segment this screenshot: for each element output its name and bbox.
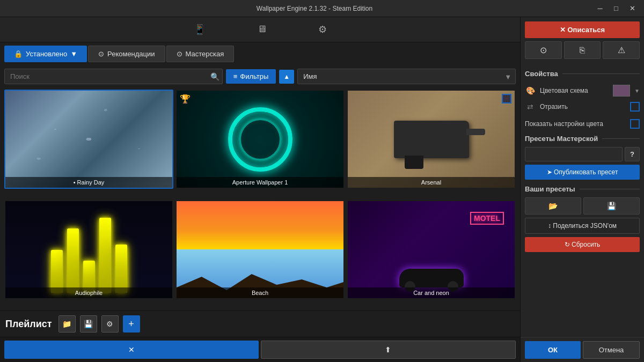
search-input[interactable] xyxy=(4,69,223,84)
properties-section-title: Свойства xyxy=(521,67,644,80)
playlist-config-button[interactable]: ⚙ xyxy=(101,315,119,333)
your-presets-section: 📂 💾 ↕ Поделиться JSON'ом ↻ Сбросить xyxy=(521,195,644,254)
monitor-icon[interactable]: 🖥 xyxy=(253,21,271,38)
wallpaper-label-aperture: Aperture Wallpaper 1 xyxy=(177,177,343,188)
wallpaper-label-rainy: • Rainy Day xyxy=(5,177,172,188)
search-bar: 🔍 ≡ Фильтры ▲ Имя Дата Размер ▼ xyxy=(0,65,520,87)
color-scheme-row: 🎨 Цветовая схема ▼ xyxy=(525,82,640,99)
color-swatch[interactable] xyxy=(613,85,630,97)
wallpaper-item-beach[interactable]: Beach xyxy=(175,200,345,299)
remove-button[interactable]: ✕ xyxy=(4,341,259,359)
copy-button[interactable]: ⎘ xyxy=(564,41,601,59)
color-scheme-label: Цветовая схема xyxy=(540,87,609,94)
properties-section: 🎨 Цветовая схема ▼ ⇄ Отразить xyxy=(521,80,644,116)
minimize-button[interactable]: ─ xyxy=(592,3,608,14)
maximize-button[interactable]: □ xyxy=(609,3,624,14)
wallpaper-thumb-arsenal xyxy=(348,91,515,188)
reset-button[interactable]: ↻ Сбросить xyxy=(525,237,640,252)
preset-icon-row: 📂 💾 xyxy=(525,197,640,215)
cancel-button[interactable]: Отмена xyxy=(583,341,640,359)
folder-open-icon: 📂 xyxy=(548,202,558,210)
trophy-icon: 🏆 xyxy=(180,94,191,104)
settings-icon[interactable]: ⚙ xyxy=(314,21,331,38)
tab-bar: 🔒 Установлено ▼ ⊙ Рекомендации ⊙ Мастерс… xyxy=(0,42,520,65)
playlist-bar: Плейлист 📁 💾 ⚙ + xyxy=(0,311,520,337)
warning-button[interactable]: ⚠ xyxy=(603,41,640,59)
car-silhouette xyxy=(399,269,464,287)
upload-button[interactable]: ⬆ xyxy=(261,341,516,359)
action-bar: ✕ ⬆ xyxy=(0,337,520,362)
workshop-presets-section: ? ➤ Опубликовать пресет xyxy=(521,145,644,182)
playlist-open-button[interactable]: 📁 xyxy=(58,315,76,333)
steam-button[interactable]: ⊙ xyxy=(525,41,562,59)
save-icon: 💾 xyxy=(607,202,616,210)
right-bottom-buttons: ОК Отмена xyxy=(521,337,644,362)
tab-installed[interactable]: 🔒 Установлено ▼ xyxy=(4,46,87,62)
wallpaper-item-rainy-day[interactable]: • Rainy Day xyxy=(4,90,173,189)
tab-workshop[interactable]: ⊙ Мастерская xyxy=(166,46,235,62)
publish-preset-button[interactable]: ➤ Опубликовать пресет xyxy=(525,165,640,180)
sort-select[interactable]: Имя Дата Размер xyxy=(297,69,516,84)
swatch-dropdown-icon: ▼ xyxy=(634,88,640,94)
filter-arrow-button[interactable]: ▲ xyxy=(279,70,294,84)
wallpaper-item-aperture[interactable]: 🏆 Aperture Wallpaper 1 xyxy=(175,90,345,189)
preset-help-button[interactable]: ? xyxy=(625,147,640,161)
wallpaper-item-car-neon[interactable]: Car and neon xyxy=(347,200,516,299)
checkbox-badge-arsenal xyxy=(502,94,511,104)
left-panel: 📱 🖥 ⚙ 🔒 Установлено ▼ ⊙ Рекомендации ⊙ М… xyxy=(0,17,521,362)
wallpaper-thumb-audiophile xyxy=(5,201,172,298)
title-bar: Wallpaper Engine 2.1.32 - Steam Edition … xyxy=(0,0,644,17)
reflect-icon: ⇄ xyxy=(525,102,536,111)
playlist-save-button[interactable]: 💾 xyxy=(80,315,97,333)
workshop-presets-title: Пресеты Мастерской xyxy=(521,131,644,145)
audio-bar-5 xyxy=(115,245,127,293)
filter-button[interactable]: ≡ Фильтры xyxy=(226,69,276,84)
share-json-button[interactable]: ↕ Поделиться JSON'ом xyxy=(525,218,640,234)
show-color-label: Показать настройки цвета xyxy=(525,120,627,128)
steam-icon: ⊙ xyxy=(540,45,547,55)
reflect-checkbox[interactable] xyxy=(630,102,640,112)
search-button[interactable]: 🔍 xyxy=(210,72,219,81)
wallpaper-item-arsenal[interactable]: Arsenal xyxy=(347,90,516,189)
copy-icon: ⎘ xyxy=(580,46,585,55)
playlist-add-button[interactable]: + xyxy=(123,315,140,333)
your-presets-title: Ваши пресеты xyxy=(521,182,644,195)
right-panel: ✕ Описаться ⊙ ⎘ ⚠ Свойства 🎨 Цветовая сх… xyxy=(521,17,644,362)
preset-name-input[interactable] xyxy=(525,147,623,161)
dropdown-icon: ▼ xyxy=(70,50,77,58)
close-button[interactable]: ✕ xyxy=(625,3,640,14)
right-top-section: ✕ Описаться ⊙ ⎘ ⚠ xyxy=(521,17,644,67)
audio-bar-4 xyxy=(99,218,111,293)
main-container: 📱 🖥 ⚙ 🔒 Установлено ▼ ⊙ Рекомендации ⊙ М… xyxy=(0,17,644,362)
wallpaper-label-arsenal: Arsenal xyxy=(348,177,515,188)
preset-save-file-button[interactable]: 💾 xyxy=(583,197,640,215)
icon-bar: 📱 🖥 ⚙ xyxy=(0,17,520,42)
aperture-ring xyxy=(228,107,292,172)
tab-recommendations[interactable]: ⊙ Рекомендации xyxy=(88,46,165,62)
reflect-label: Отразить xyxy=(540,103,626,110)
wallpaper-grid: • Rainy Day 🏆 Aperture Wallpaper 1 Arsen… xyxy=(0,87,520,311)
phone-icon[interactable]: 📱 xyxy=(189,21,210,38)
subscribe-button[interactable]: ✕ Описаться xyxy=(525,21,640,38)
wallpaper-thumb-rainy xyxy=(5,91,172,188)
warning-icon: ⚠ xyxy=(618,45,625,55)
preset-input-row: ? xyxy=(525,147,640,161)
wallpaper-thumb-aperture xyxy=(177,91,343,188)
search-wrap: 🔍 xyxy=(4,69,223,84)
title-bar-controls: ─ □ ✕ xyxy=(592,3,640,14)
audio-bar-1 xyxy=(51,250,63,293)
ok-button[interactable]: ОК xyxy=(525,341,581,359)
preset-load-button[interactable]: 📂 xyxy=(525,197,581,215)
star-icon: ⊙ xyxy=(98,50,104,58)
wallpaper-item-audiophile[interactable]: Audiophile xyxy=(4,200,173,299)
remove-icon: ✕ xyxy=(128,345,135,354)
palette-icon: 🎨 xyxy=(525,86,536,95)
window-title: Wallpaper Engine 2.1.32 - Steam Edition xyxy=(36,5,592,12)
playlist-label: Плейлист xyxy=(5,319,52,330)
sort-wrap: Имя Дата Размер ▼ xyxy=(297,69,516,84)
steam-icon: ⊙ xyxy=(177,50,182,58)
reflect-row: ⇄ Отразить xyxy=(525,99,640,114)
show-color-row: Показать настройки цвета xyxy=(521,116,644,131)
show-color-checkbox[interactable] xyxy=(630,119,640,129)
wallpaper-label-beach: Beach xyxy=(177,287,343,298)
